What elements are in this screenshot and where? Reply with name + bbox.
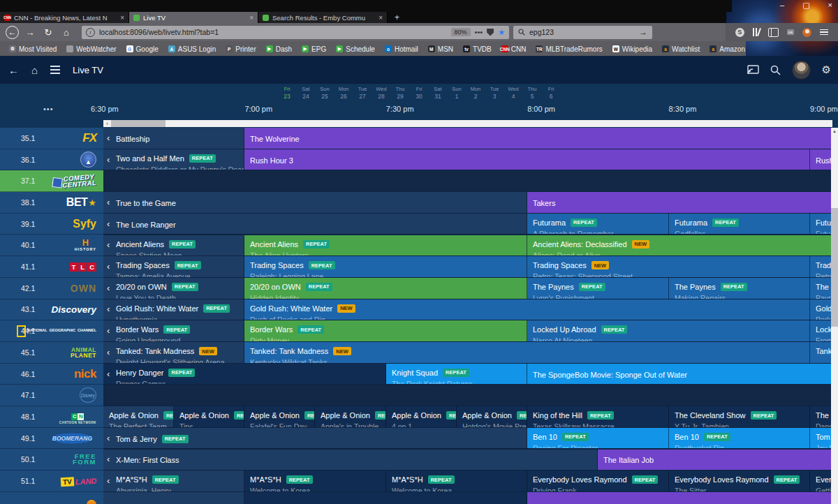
horizontal-scroll-thumb[interactable] xyxy=(111,120,166,127)
back-icon[interactable]: ← xyxy=(6,26,19,39)
bookmark-item[interactable]: tv TVDB xyxy=(458,45,497,53)
bookmark-star-icon[interactable]: ★ xyxy=(498,28,505,37)
program-cell[interactable]: King of the HillREPEATTexas Skillsaw Mas… xyxy=(527,406,669,427)
program-cell[interactable]: ‹Tanked: Tank MadnessNEWDwight Howard's … xyxy=(103,342,244,363)
channel-cell[interactable]: 43.1Discovery xyxy=(0,299,103,321)
scroll-left-icon[interactable]: ‹ xyxy=(103,120,111,127)
program-cell[interactable] xyxy=(244,492,527,504)
program-cell[interactable]: M*A*S*HREPEATWelcome to Korea xyxy=(244,470,386,491)
program-cell[interactable]: Apple & OnionREPEAT4 on 1 xyxy=(386,406,457,427)
date-item[interactable]: Mon 26 xyxy=(337,86,351,100)
program-cell[interactable]: Apple & OnionREPEATApple's in Trouble xyxy=(315,406,386,427)
program-cell[interactable]: ‹Battleship xyxy=(103,128,244,149)
channel-cell[interactable]: 46.1nick xyxy=(0,364,103,385)
program-cell[interactable]: ‹True to the Game xyxy=(103,192,527,213)
tab-close-icon[interactable]: × xyxy=(120,14,124,22)
browser-tab[interactable]: CNN CNN - Breaking News, Latest N × xyxy=(0,12,129,23)
program-cell[interactable]: ‹M*A*S*HREPEATAbyssinia, Henry xyxy=(103,470,244,491)
emby-search-icon[interactable] xyxy=(770,65,781,75)
program-cell[interactable]: ‹Henry DangerREPEATDanger Games xyxy=(103,364,386,385)
settings-gear-icon[interactable]: ⚙ xyxy=(822,64,831,76)
channel-cell[interactable]: 44.1NATIONALGEOGRAPHICCHANNEL xyxy=(0,320,103,342)
program-cell[interactable]: Ancient Aliens: DeclassifiedNEWAliens: D… xyxy=(527,235,838,256)
url-text[interactable]: localhost:8096/web/livetv.html?tab=1 xyxy=(99,28,447,36)
program-cell[interactable]: Takers xyxy=(527,192,838,213)
horizontal-scrollbar[interactable]: ‹ xyxy=(103,120,832,127)
bookmark-item[interactable]: ▶ Dash xyxy=(261,45,297,53)
maximize-button[interactable]: ▢ xyxy=(802,1,809,9)
program-cell[interactable]: Ancient AliensREPEATThe Alien Hunters xyxy=(244,235,527,256)
program-cell[interactable]: 20/20 on OWNREPEATHidden Identity xyxy=(244,278,527,299)
program-cell[interactable]: Apple & OnionREPEATHotdog's Movie Premie… xyxy=(457,406,527,427)
cast-icon[interactable] xyxy=(747,65,759,75)
program-cell[interactable]: ‹Tom & JerryREPEAT xyxy=(103,428,527,449)
program-cell[interactable]: Knight SquadREPEATThe Dork Knight Return… xyxy=(386,364,527,385)
profile-icon[interactable] xyxy=(802,28,811,37)
date-item[interactable]: Wed 4 xyxy=(506,86,520,100)
new-tab-button[interactable]: + xyxy=(388,12,406,23)
program-cell[interactable]: ‹Ancient AliensREPEATSpace Station Moon xyxy=(103,235,244,256)
page-actions-icon[interactable]: ••• xyxy=(475,28,483,36)
program-cell[interactable]: ‹Trading SpacesREPEATTampa: Amelia Avenu… xyxy=(103,256,244,277)
bookmark-item[interactable]: P Printer xyxy=(221,45,260,53)
program-cell[interactable]: Apple & OnionREPEATThe Perfect Team xyxy=(103,406,174,427)
program-cell[interactable]: Ben 10REPEATRecipe For Disaster xyxy=(527,428,669,449)
program-cell[interactable] xyxy=(527,492,838,504)
date-item[interactable]: Sun 1 xyxy=(450,86,464,100)
tab-close-icon[interactable]: × xyxy=(249,14,253,22)
user-avatar[interactable] xyxy=(792,61,811,80)
forward-icon[interactable]: → xyxy=(23,27,37,38)
program-cell[interactable] xyxy=(103,492,244,504)
channel-cell[interactable]: 37.1COMEDYCENTRAL xyxy=(0,170,103,192)
program-cell[interactable]: The Italian Job xyxy=(598,450,838,470)
vertical-scroll-thumb[interactable] xyxy=(831,208,838,327)
bookmark-item[interactable]: G Google xyxy=(122,45,163,53)
program-cell[interactable]: The SpongeBob Movie: Sponge Out of Water xyxy=(527,364,838,385)
close-button[interactable]: × xyxy=(828,1,832,9)
program-cell[interactable]: ‹Gold Rush: White WaterREPEATHypothermia xyxy=(103,299,244,320)
bookmark-item[interactable]: M MSN xyxy=(423,45,458,53)
date-item[interactable]: Thu 5 xyxy=(525,86,539,100)
emby-menu-icon[interactable] xyxy=(50,66,60,73)
date-item[interactable]: Wed 28 xyxy=(374,86,388,100)
bookmark-item[interactable]: o Hotmail xyxy=(380,45,423,53)
channel-cell[interactable]: 40.1HHISTORY xyxy=(0,235,103,257)
program-cell[interactable]: The Wolverine xyxy=(244,128,838,149)
bookmark-item[interactable]: TR MLBTradeRumors xyxy=(531,45,607,53)
date-item[interactable]: Sat 24 xyxy=(299,86,313,100)
program-cell[interactable]: ‹Border WarsREPEATGoing Underground xyxy=(103,320,244,341)
date-item[interactable]: Mon 2 xyxy=(469,86,483,100)
bookmark-item[interactable]: A ASUS Login xyxy=(163,45,221,53)
search-bar[interactable]: epg123 → xyxy=(513,26,652,39)
program-cell[interactable]: M*A*S*HREPEATWelcome to Korea xyxy=(386,470,527,491)
emby-back-icon[interactable]: ← xyxy=(8,64,19,76)
channel-cell[interactable]: 51.1TVLAND xyxy=(0,470,103,492)
emby-home-icon[interactable]: ⌂ xyxy=(31,64,38,76)
program-cell[interactable]: Tanked: Tank MadnessNEWKentucky Wildcat … xyxy=(244,342,810,363)
bookmark-item[interactable]: ▶ EPG xyxy=(297,45,331,53)
search-input[interactable]: epg123 xyxy=(529,28,635,36)
date-item[interactable]: Thu 29 xyxy=(393,86,407,100)
program-cell[interactable]: The PaynesREPEATMaking Repairs xyxy=(669,278,810,299)
library-icon[interactable] xyxy=(753,28,760,36)
program-cell[interactable]: Trading SpacesREPEATRaleigh: Legging Lan… xyxy=(244,256,527,277)
program-cell[interactable]: Apple & OnionREPEATFalafel's Fun Day xyxy=(244,406,315,427)
search-go-icon[interactable]: → xyxy=(639,27,647,37)
channel-cell[interactable]: 49.1BOOMERANG xyxy=(0,428,103,450)
date-item[interactable]: Fri 6 xyxy=(544,86,558,100)
bookmark-item[interactable]: W Wikipedia xyxy=(608,45,657,53)
tracking-shield-icon[interactable] xyxy=(487,29,494,36)
menu-hamburger-icon[interactable] xyxy=(820,29,828,36)
bookmark-item[interactable]: ⚙ Most Visited xyxy=(4,45,61,53)
bookmark-item[interactable]: ▶ Schedule xyxy=(331,45,380,53)
date-item[interactable]: Sat 31 xyxy=(431,86,445,100)
extension-s-icon[interactable]: S xyxy=(735,28,744,37)
program-cell[interactable]: FuturamaREPEATGodfellas xyxy=(669,214,810,235)
date-item[interactable]: Sun 25 xyxy=(318,86,332,100)
program-cell[interactable]: Border WarsREPEATDirty Money xyxy=(244,320,527,341)
channel-cell[interactable]: 38.1BET★ xyxy=(0,192,103,214)
program-cell[interactable]: Trading SpacesNEWRetro: Texas: Sherwood … xyxy=(527,256,810,277)
channel-cell[interactable]: 48.1CNCARTOON NETWORK xyxy=(0,406,103,428)
browser-tab[interactable]: Live TV × xyxy=(129,12,258,23)
program-cell[interactable]: The Cleveland ShowREPEATY Tu Jr. Tambien xyxy=(669,406,810,427)
